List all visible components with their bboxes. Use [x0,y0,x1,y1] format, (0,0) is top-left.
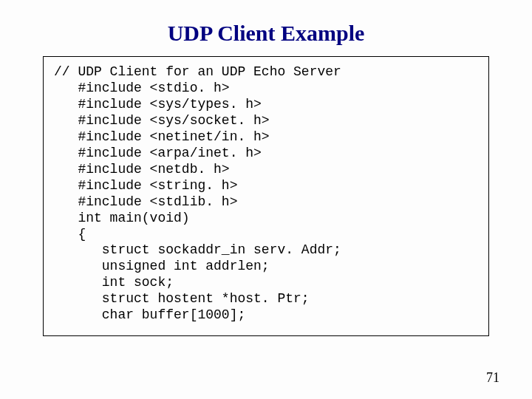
code-line: int sock; [54,275,478,291]
code-line: { [54,227,478,243]
code-line: int main(void) [54,211,478,227]
code-line: #include <stdlib. h> [54,194,478,211]
code-line: #include <sys/socket. h> [54,113,478,129]
code-box: // UDP Client for an UDP Echo Server #in… [43,56,489,336]
code-line: struct hostent *host. Ptr; [54,291,478,307]
slide-title: UDP Client Example [0,21,532,46]
code-line: #include <stdio. h> [54,81,478,97]
code-line: #include <string. h> [54,178,478,194]
code-line: unsigned int addrlen; [54,259,478,275]
code-line: // UDP Client for an UDP Echo Server [54,64,478,81]
code-line: char buffer[1000]; [54,307,478,324]
code-line: #include <sys/types. h> [54,97,478,113]
page-number: 71 [486,370,499,386]
code-line: struct sockaddr_in serv. Addr; [54,242,478,259]
code-line: #include <arpa/inet. h> [54,146,478,162]
code-line: #include <netinet/in. h> [54,129,478,146]
code-line: #include <netdb. h> [54,162,478,178]
slide: UDP Client Example // UDP Client for an … [0,0,532,399]
